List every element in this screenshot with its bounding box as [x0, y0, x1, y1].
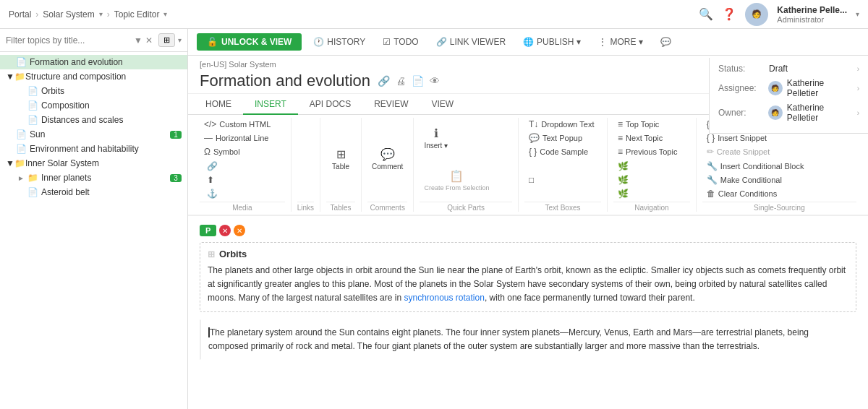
text-box-add-button[interactable]: □ — [524, 173, 538, 186]
sidebar-view-btn[interactable]: ⊞ — [158, 33, 175, 47]
topic-editor-link[interactable]: Topic Editor — [114, 9, 160, 20]
sidebar-item-structure[interactable]: ▼ 📁 Structure and composition — [0, 69, 187, 84]
ribbon-group-tables: ⊞ Table Tables — [320, 118, 362, 212]
link-topic-icon[interactable]: 🔗 — [378, 75, 390, 87]
status-chevron-icon[interactable]: › — [857, 65, 859, 73]
create-snippet-button[interactable]: ✏ Create Snippet — [702, 145, 775, 158]
comment-button[interactable]: 💬 Comment — [367, 145, 407, 173]
table-label: Table — [332, 163, 349, 171]
portal-link[interactable]: Portal — [9, 9, 31, 20]
todo-button[interactable]: ☑ TODO — [377, 34, 424, 50]
print-icon[interactable]: 🖨 — [396, 75, 406, 87]
search-button[interactable]: 🔍 — [699, 7, 713, 21]
view-icon[interactable]: 👁 — [430, 75, 440, 87]
publish-icon: 🌐 — [523, 37, 534, 47]
anchor-button[interactable]: ⚓ — [203, 187, 222, 200]
table-icon: ⊞ — [336, 147, 346, 161]
solar-system-dropdown-icon[interactable]: ▾ — [99, 10, 103, 18]
tab-review[interactable]: REVIEW — [362, 95, 420, 115]
next-topic-button[interactable]: ≡ Next Topic — [613, 132, 681, 145]
chat-button[interactable]: 💬 — [655, 34, 677, 50]
paragraph-button[interactable]: P — [200, 225, 216, 236]
sidebar: ▼ ✕ ⊞ ▾ 📄 Formation and evolution ▼ 📁 St… — [0, 29, 188, 409]
more-dropdown-icon: ▾ — [639, 37, 643, 47]
clear-filter-icon[interactable]: ✕ — [145, 35, 153, 46]
nav-icon-btn-3[interactable]: 🌿 — [613, 187, 633, 200]
sidebar-item-distances[interactable]: 📄 Distances and scales — [0, 113, 187, 127]
make-conditional-label: Make Conditional — [720, 176, 782, 184]
todo-label: TODO — [393, 37, 418, 47]
filter-icon: ▼ — [134, 35, 142, 46]
tab-insert[interactable]: INSERT — [243, 95, 298, 115]
owner-chevron-icon[interactable]: › — [857, 109, 859, 117]
sidebar-item-asteroid[interactable]: 📄 Asteroid belt — [0, 185, 187, 199]
text-popup-label: Text Popup — [542, 134, 582, 142]
assignee-value: Katherine Pelletier — [787, 78, 857, 98]
solar-system-link[interactable]: Solar System — [43, 9, 94, 20]
unlock-view-button[interactable]: 🔓 UNLOCK & VIEW — [197, 33, 302, 51]
topic-editor-dropdown-icon[interactable]: ▾ — [163, 10, 167, 18]
more-button[interactable]: ⋮ MORE ▾ — [592, 34, 649, 50]
remove-badge-2[interactable]: ✕ — [234, 225, 245, 236]
tab-view[interactable]: VIEW — [420, 95, 466, 115]
link-button[interactable]: 🔗 — [203, 160, 222, 173]
comment-icon: 💬 — [380, 147, 395, 161]
top-topic-button[interactable]: ≡ Top Topic — [613, 118, 681, 131]
custom-html-button[interactable]: </> Custom HTML — [200, 118, 275, 131]
insert-button[interactable]: ℹ Insert ▾ — [420, 124, 452, 152]
help-button[interactable]: ❓ — [722, 7, 736, 21]
clear-conditions-button[interactable]: 🗑 Clear Conditions — [702, 187, 809, 200]
badge: 1 — [170, 131, 182, 139]
lock-icon: 🔓 — [207, 37, 218, 47]
next-topic-icon: ≡ — [618, 133, 623, 143]
dropdown-text-button[interactable]: T↓ Dropdown Text — [524, 118, 599, 131]
main-toolbar: 🔓 UNLOCK & VIEW 🕐 HISTORY ☑ TODO 🔗 LINK … — [188, 29, 868, 56]
clear-conditions-icon: 🗑 — [707, 189, 715, 199]
previous-topic-button[interactable]: ≡ Previous Topic — [613, 145, 681, 158]
make-conditional-button[interactable]: 🔧 Make Conditional — [702, 173, 809, 186]
tab-home[interactable]: HOME — [194, 95, 243, 115]
code-sample-button[interactable]: { } Code Sample — [524, 145, 599, 158]
user-dropdown-icon[interactable]: ▾ — [856, 10, 859, 18]
nav-icon-btn-1[interactable]: 🌿 — [613, 160, 633, 173]
quick-parts-label: Quick Parts — [420, 202, 512, 212]
sidebar-item-inner-solar[interactable]: ▼ 📁 Inner Solar System — [0, 156, 187, 171]
sidebar-item-environment[interactable]: 📄 Environment and habitability — [0, 142, 187, 156]
link-viewer-button[interactable]: 🔗 LINK VIEWER — [430, 34, 511, 50]
status-value: Draft — [769, 64, 788, 74]
sidebar-item-formation[interactable]: 📄 Formation and evolution — [0, 55, 187, 69]
sidebar-item-label: Asteroid belt — [41, 187, 182, 197]
badge: 3 — [170, 174, 182, 182]
tab-api-docs[interactable]: API DOCS — [298, 95, 362, 115]
text-popup-button[interactable]: 💬 Text Popup — [524, 132, 599, 145]
create-from-selection-button[interactable]: 📋 Create From Selection — [420, 166, 493, 194]
remove-badge-1[interactable]: ✕ — [219, 225, 231, 236]
user-info: Katherine Pelle... Administrator — [777, 5, 847, 24]
sidebar-item-orbits[interactable]: 📄 Orbits — [0, 84, 187, 98]
table-button[interactable]: ⊞ Table — [326, 145, 355, 173]
text-boxes-label: Text Boxes — [524, 202, 601, 212]
sidebar-item-label: Distances and scales — [41, 115, 182, 125]
sidebar-item-inner-planets[interactable]: ► 📁 Inner planets 3 — [0, 171, 187, 185]
editor-area[interactable]: P ✕ ✕ ⊞ Orbits The planets and other lar… — [188, 216, 868, 409]
nav-icon-btn-2[interactable]: 🌿 — [613, 173, 633, 186]
todo-icon: ☑ — [383, 37, 391, 47]
text-popup-icon: 💬 — [529, 133, 540, 143]
insert-conditional-block-button[interactable]: 🔧 Insert Conditional Block — [702, 160, 809, 173]
publish-button[interactable]: 🌐 PUBLISH ▾ — [517, 34, 587, 50]
symbol-button[interactable]: Ω Symbol — [200, 145, 275, 158]
horizontal-line-button[interactable]: — Horizontal Line — [200, 132, 275, 145]
history-button[interactable]: 🕐 HISTORY — [307, 34, 371, 50]
pdf-icon[interactable]: 📄 — [412, 75, 424, 87]
sidebar-item-composition[interactable]: 📄 Composition — [0, 98, 187, 113]
link-icon: 🔗 — [436, 37, 447, 47]
sidebar-item-sun[interactable]: 📄 Sun 1 — [0, 127, 187, 142]
code-sample-icon: { } — [529, 147, 537, 157]
sidebar-view-dropdown-icon[interactable]: ▾ — [178, 36, 182, 44]
synchronous-rotation-link[interactable]: synchronous rotation — [404, 293, 484, 303]
filter-input[interactable] — [6, 35, 131, 46]
links-label: Links — [297, 202, 314, 212]
assignee-chevron-icon[interactable]: › — [857, 85, 859, 92]
upload-button[interactable]: ⬆ — [203, 173, 222, 186]
ribbon-group-links: Links — [292, 118, 320, 212]
